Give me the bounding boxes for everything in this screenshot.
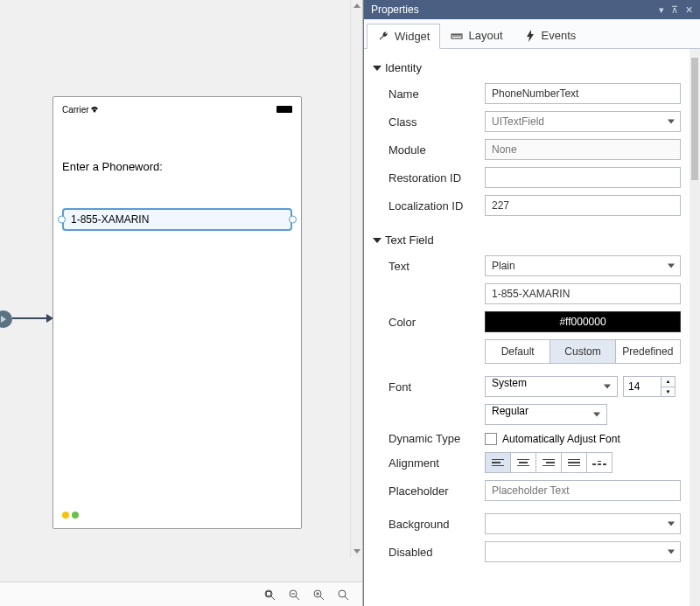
disabled-select[interactable] (485, 541, 681, 562)
chevron-down-icon (373, 238, 382, 243)
svg-line-1 (271, 596, 275, 600)
font-size-up[interactable]: ▲ (662, 377, 675, 387)
tab-layout[interactable]: Layout (440, 23, 513, 48)
tab-layout-label: Layout (468, 29, 502, 42)
panel-scrollbar-thumb[interactable] (691, 58, 698, 180)
tab-events[interactable]: Events (514, 23, 587, 48)
segue-handle[interactable] (0, 310, 12, 328)
panel-title-label: Properties (371, 3, 419, 16)
panel-scrollbar[interactable] (690, 49, 700, 606)
phone-footer (62, 507, 292, 523)
wifi-icon (89, 105, 100, 115)
localization-id-input[interactable] (485, 195, 681, 216)
svg-line-11 (345, 596, 348, 600)
section-identity-header[interactable]: Identity (369, 56, 696, 80)
placeholder-input[interactable] (485, 480, 681, 501)
font-size-input[interactable] (623, 376, 662, 397)
zoom-toolbar (0, 582, 362, 606)
section-textfield-title: Text Field (385, 233, 434, 247)
name-label: Name (388, 87, 478, 101)
panel-pin-icon[interactable]: ⊼ (671, 4, 678, 16)
background-select[interactable] (485, 513, 681, 534)
font-family-select[interactable]: System (485, 376, 618, 397)
battery-icon (276, 106, 292, 113)
disabled-label: Disabled (388, 546, 478, 559)
alignment-label: Alignment (388, 456, 478, 470)
section-textfield-header[interactable]: Text Field (369, 228, 696, 252)
align-left-button[interactable] (485, 452, 511, 473)
placeholder-label: Placeholder (388, 484, 478, 498)
zoom-in-button[interactable] (312, 588, 326, 602)
design-canvas[interactable]: Carrier Enter a Phoneword: (0, 0, 362, 582)
design-surface[interactable]: Carrier Enter a Phoneword: (0, 0, 363, 606)
dynamic-type-checkbox-label: Automatically Adjust Font (502, 433, 620, 445)
phone-textfield[interactable] (62, 208, 292, 231)
text-type-select[interactable] (485, 255, 681, 276)
tab-bar: Widget Layout Events (364, 19, 700, 49)
name-input[interactable] (485, 83, 681, 104)
section-identity-title: Identity (385, 61, 422, 74)
align-right-button[interactable] (536, 452, 562, 473)
dynamic-type-label: Dynamic Type (388, 432, 478, 445)
class-input[interactable] (485, 111, 681, 132)
phone-textfield-selection[interactable] (62, 208, 292, 231)
properties-panel: Properties ▾ ⊼ ✕ Widget Layout Events (363, 0, 700, 606)
panel-close-icon[interactable]: ✕ (685, 4, 693, 16)
ok-dot-icon (72, 512, 79, 519)
tab-widget-label: Widget (395, 30, 430, 43)
designer-scrollbar[interactable] (350, 0, 362, 557)
color-mode-segmented: Default Custom Predefined (485, 339, 681, 364)
tab-widget[interactable]: Widget (367, 24, 440, 49)
panel-menu-icon[interactable]: ▾ (659, 4, 664, 16)
zoom-fit-button[interactable] (262, 588, 276, 602)
font-size-stepper: ▲ ▼ (662, 376, 676, 397)
svg-point-10 (339, 590, 346, 597)
phone-prompt-label[interactable]: Enter a Phoneword: (62, 160, 292, 173)
panel-titlebar[interactable]: Properties ▾ ⊼ ✕ (364, 0, 700, 19)
color-swatch[interactable]: #ff000000 (485, 311, 681, 332)
module-input[interactable] (485, 139, 681, 160)
module-label: Module (388, 143, 478, 157)
lightning-icon (524, 30, 536, 42)
color-mode-default[interactable]: Default (485, 339, 550, 364)
font-size-down[interactable]: ▼ (662, 387, 675, 397)
alignment-segmented (485, 452, 612, 473)
align-justify-button[interactable] (561, 452, 587, 473)
panel-body[interactable]: Identity Name Class Module Restoration I… (364, 49, 700, 606)
zoom-out-button[interactable] (287, 588, 301, 602)
font-label: Font (388, 380, 478, 394)
localization-id-label: Localization ID (388, 199, 478, 212)
tab-events-label: Events (542, 29, 577, 42)
ruler-icon (451, 30, 463, 42)
restoration-id-input[interactable] (485, 167, 681, 188)
svg-rect-2 (267, 591, 271, 596)
class-label: Class (388, 115, 478, 129)
phone-mockup[interactable]: Carrier Enter a Phoneword: (52, 96, 302, 529)
color-label: Color (388, 316, 478, 329)
background-label: Background (388, 518, 478, 531)
svg-line-7 (320, 596, 324, 600)
color-value: #ff000000 (559, 316, 606, 328)
restoration-id-label: Restoration ID (388, 171, 478, 185)
svg-line-4 (296, 596, 299, 600)
status-bar: Carrier (62, 102, 292, 116)
segue-arrow (12, 317, 52, 319)
align-center-button[interactable] (510, 452, 536, 473)
zoom-actual-button[interactable] (336, 588, 350, 602)
carrier-label: Carrier (62, 105, 89, 115)
wrench-icon (377, 31, 389, 43)
selection-handle-left[interactable] (58, 216, 66, 224)
font-family-value: System (492, 377, 527, 389)
color-mode-custom[interactable]: Custom (550, 339, 615, 364)
align-natural-button[interactable] (586, 452, 612, 473)
font-style-select[interactable]: Regular (485, 404, 607, 425)
dynamic-type-checkbox[interactable] (485, 433, 497, 445)
font-style-value: Regular (492, 405, 528, 417)
chevron-down-icon (373, 66, 382, 71)
text-value-input[interactable] (485, 283, 681, 304)
color-mode-predefined[interactable]: Predefined (615, 339, 681, 364)
warning-dot-icon (62, 512, 69, 519)
text-label: Text (388, 260, 478, 273)
selection-handle-right[interactable] (289, 216, 297, 224)
